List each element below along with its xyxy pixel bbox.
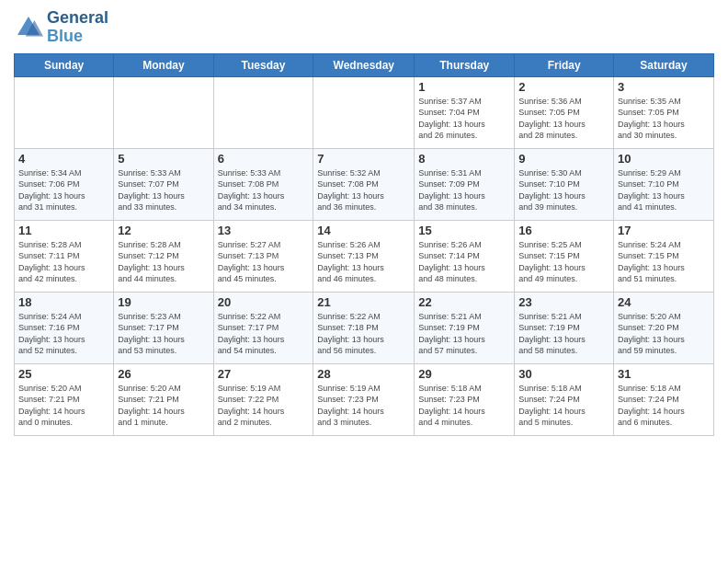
day-info: Sunrise: 5:33 AM Sunset: 7:08 PM Dayligh… (218, 167, 310, 213)
day-info: Sunrise: 5:21 AM Sunset: 7:19 PM Dayligh… (418, 311, 510, 357)
calendar-cell (313, 76, 415, 148)
day-info: Sunrise: 5:31 AM Sunset: 7:09 PM Dayligh… (418, 167, 510, 213)
day-info: Sunrise: 5:20 AM Sunset: 7:21 PM Dayligh… (118, 383, 209, 429)
day-number: 21 (317, 295, 410, 309)
calendar-cell: 22Sunrise: 5:21 AM Sunset: 7:19 PM Dayli… (415, 292, 515, 363)
weekday-header-friday: Friday (515, 53, 614, 76)
calendar-table: SundayMondayTuesdayWednesdayThursdayFrid… (14, 53, 714, 436)
calendar-cell: 3Sunrise: 5:35 AM Sunset: 7:05 PM Daylig… (614, 76, 714, 148)
calendar-cell: 21Sunrise: 5:22 AM Sunset: 7:18 PM Dayli… (313, 292, 415, 363)
calendar-cell: 29Sunrise: 5:18 AM Sunset: 7:23 PM Dayli… (415, 363, 515, 435)
day-info: Sunrise: 5:22 AM Sunset: 7:17 PM Dayligh… (218, 311, 310, 357)
weekday-header-row: SundayMondayTuesdayWednesdayThursdayFrid… (15, 53, 714, 76)
calendar-week-4: 18Sunrise: 5:24 AM Sunset: 7:16 PM Dayli… (15, 292, 714, 363)
weekday-header-sunday: Sunday (15, 53, 114, 76)
calendar-cell: 27Sunrise: 5:19 AM Sunset: 7:22 PM Dayli… (213, 363, 313, 435)
day-info: Sunrise: 5:35 AM Sunset: 7:05 PM Dayligh… (618, 96, 710, 142)
calendar-week-3: 11Sunrise: 5:28 AM Sunset: 7:11 PM Dayli… (15, 220, 714, 292)
calendar-cell: 28Sunrise: 5:19 AM Sunset: 7:23 PM Dayli… (313, 363, 415, 435)
calendar-cell: 17Sunrise: 5:24 AM Sunset: 7:15 PM Dayli… (614, 220, 714, 292)
day-info: Sunrise: 5:19 AM Sunset: 7:22 PM Dayligh… (218, 383, 310, 429)
day-info: Sunrise: 5:36 AM Sunset: 7:05 PM Dayligh… (518, 96, 609, 142)
day-info: Sunrise: 5:20 AM Sunset: 7:20 PM Dayligh… (618, 311, 710, 357)
calendar-cell: 20Sunrise: 5:22 AM Sunset: 7:17 PM Dayli… (213, 292, 313, 363)
day-info: Sunrise: 5:25 AM Sunset: 7:15 PM Dayligh… (518, 239, 609, 285)
calendar-cell: 10Sunrise: 5:29 AM Sunset: 7:10 PM Dayli… (614, 148, 714, 220)
day-info: Sunrise: 5:21 AM Sunset: 7:19 PM Dayligh… (518, 311, 609, 357)
calendar-cell: 23Sunrise: 5:21 AM Sunset: 7:19 PM Dayli… (515, 292, 614, 363)
day-info: Sunrise: 5:34 AM Sunset: 7:06 PM Dayligh… (18, 167, 109, 213)
calendar-cell: 1Sunrise: 5:37 AM Sunset: 7:04 PM Daylig… (415, 76, 515, 148)
day-info: Sunrise: 5:30 AM Sunset: 7:10 PM Dayligh… (518, 167, 609, 213)
calendar-cell: 31Sunrise: 5:18 AM Sunset: 7:24 PM Dayli… (614, 363, 714, 435)
day-number: 18 (18, 295, 109, 309)
weekday-header-wednesday: Wednesday (313, 53, 415, 76)
day-number: 9 (518, 152, 609, 166)
calendar-cell: 25Sunrise: 5:20 AM Sunset: 7:21 PM Dayli… (15, 363, 114, 435)
day-number: 19 (118, 295, 209, 309)
day-number: 27 (218, 367, 310, 381)
day-number: 2 (518, 80, 609, 94)
calendar-cell (114, 76, 213, 148)
logo-text: General Blue (47, 9, 108, 46)
day-number: 6 (218, 152, 310, 166)
day-number: 11 (18, 224, 109, 237)
calendar-cell: 4Sunrise: 5:34 AM Sunset: 7:06 PM Daylig… (15, 148, 114, 220)
day-number: 12 (118, 224, 209, 237)
day-info: Sunrise: 5:18 AM Sunset: 7:24 PM Dayligh… (618, 383, 710, 429)
day-number: 20 (218, 295, 310, 309)
calendar-cell: 13Sunrise: 5:27 AM Sunset: 7:13 PM Dayli… (213, 220, 313, 292)
weekday-header-saturday: Saturday (614, 53, 714, 76)
day-info: Sunrise: 5:28 AM Sunset: 7:12 PM Dayligh… (118, 239, 209, 285)
day-info: Sunrise: 5:22 AM Sunset: 7:18 PM Dayligh… (317, 311, 410, 357)
calendar-cell: 24Sunrise: 5:20 AM Sunset: 7:20 PM Dayli… (614, 292, 714, 363)
calendar-cell: 16Sunrise: 5:25 AM Sunset: 7:15 PM Dayli… (515, 220, 614, 292)
day-number: 23 (518, 295, 609, 309)
day-info: Sunrise: 5:33 AM Sunset: 7:07 PM Dayligh… (118, 167, 209, 213)
calendar-cell (15, 76, 114, 148)
calendar-cell: 14Sunrise: 5:26 AM Sunset: 7:13 PM Dayli… (313, 220, 415, 292)
day-info: Sunrise: 5:26 AM Sunset: 7:13 PM Dayligh… (317, 239, 410, 285)
day-info: Sunrise: 5:26 AM Sunset: 7:14 PM Dayligh… (418, 239, 510, 285)
day-info: Sunrise: 5:20 AM Sunset: 7:21 PM Dayligh… (18, 383, 109, 429)
day-number: 31 (618, 367, 710, 381)
calendar-week-2: 4Sunrise: 5:34 AM Sunset: 7:06 PM Daylig… (15, 148, 714, 220)
day-number: 14 (317, 224, 410, 237)
day-info: Sunrise: 5:27 AM Sunset: 7:13 PM Dayligh… (218, 239, 310, 285)
day-info: Sunrise: 5:23 AM Sunset: 7:17 PM Dayligh… (118, 311, 209, 357)
day-number: 22 (418, 295, 510, 309)
day-info: Sunrise: 5:28 AM Sunset: 7:11 PM Dayligh… (18, 239, 109, 285)
day-number: 28 (317, 367, 410, 381)
weekday-header-thursday: Thursday (415, 53, 515, 76)
calendar-cell: 8Sunrise: 5:31 AM Sunset: 7:09 PM Daylig… (415, 148, 515, 220)
calendar-cell: 26Sunrise: 5:20 AM Sunset: 7:21 PM Dayli… (114, 363, 213, 435)
day-info: Sunrise: 5:24 AM Sunset: 7:15 PM Dayligh… (618, 239, 710, 285)
calendar-cell: 18Sunrise: 5:24 AM Sunset: 7:16 PM Dayli… (15, 292, 114, 363)
day-number: 30 (518, 367, 609, 381)
calendar-cell: 12Sunrise: 5:28 AM Sunset: 7:12 PM Dayli… (114, 220, 213, 292)
calendar-week-5: 25Sunrise: 5:20 AM Sunset: 7:21 PM Dayli… (15, 363, 714, 435)
calendar-cell: 19Sunrise: 5:23 AM Sunset: 7:17 PM Dayli… (114, 292, 213, 363)
logo: General Blue (14, 9, 108, 46)
calendar-week-1: 1Sunrise: 5:37 AM Sunset: 7:04 PM Daylig… (15, 76, 714, 148)
day-info: Sunrise: 5:18 AM Sunset: 7:24 PM Dayligh… (518, 383, 609, 429)
day-number: 26 (118, 367, 209, 381)
calendar-cell: 6Sunrise: 5:33 AM Sunset: 7:08 PM Daylig… (213, 148, 313, 220)
calendar-cell: 11Sunrise: 5:28 AM Sunset: 7:11 PM Dayli… (15, 220, 114, 292)
day-number: 4 (18, 152, 109, 166)
calendar-cell: 15Sunrise: 5:26 AM Sunset: 7:14 PM Dayli… (415, 220, 515, 292)
day-number: 5 (118, 152, 209, 166)
day-number: 24 (618, 295, 710, 309)
page: General Blue SundayMondayTuesdayWednesda… (0, 0, 728, 563)
day-number: 13 (218, 224, 310, 237)
day-number: 16 (518, 224, 609, 237)
header: General Blue (14, 9, 714, 46)
day-number: 17 (618, 224, 710, 237)
weekday-header-tuesday: Tuesday (213, 53, 313, 76)
day-number: 10 (618, 152, 710, 166)
calendar-cell (213, 76, 313, 148)
logo-icon (14, 13, 43, 42)
day-number: 8 (418, 152, 510, 166)
day-number: 15 (418, 224, 510, 237)
day-info: Sunrise: 5:29 AM Sunset: 7:10 PM Dayligh… (618, 167, 710, 213)
